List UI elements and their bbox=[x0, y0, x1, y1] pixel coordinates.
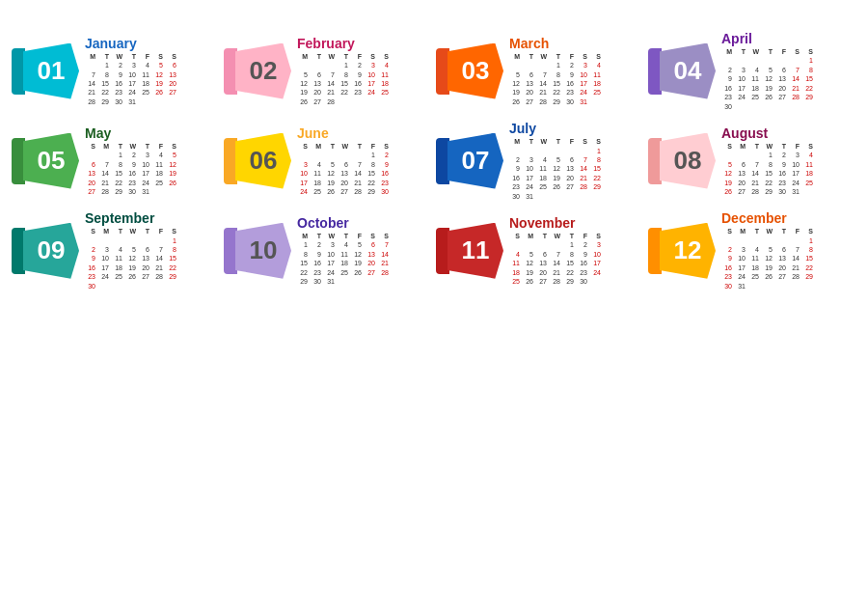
month-badge-december: 12 bbox=[660, 223, 716, 279]
cal-table-october: MTWTFSS123456789101112131415161718192021… bbox=[297, 232, 432, 287]
month-badge-january: 01 bbox=[23, 43, 79, 99]
month-name-may: May bbox=[85, 125, 220, 141]
month-block-july: 07JulyMTWTFSS123456789101112131415161718… bbox=[436, 121, 644, 201]
cal-table-september: SMTWTFS123456789101112131415161718192021… bbox=[85, 227, 220, 291]
month-name-december: December bbox=[721, 210, 856, 226]
month-name-july: July bbox=[509, 121, 644, 136]
month-badge-august: 08 bbox=[660, 133, 716, 189]
month-block-november: 11NovemberSMTWTFS12345678910111213141516… bbox=[436, 210, 644, 291]
month-block-june: 06JuneSMTWTFS123456789101112131415161718… bbox=[224, 121, 432, 201]
tab-left-march bbox=[436, 48, 449, 95]
month-block-august: 08AugustSMTWTFS1234567891011121314151617… bbox=[648, 121, 856, 201]
month-block-march: 03MarchMTWTFSS12345678910111213141516171… bbox=[436, 31, 644, 111]
month-info-may: MaySMTWTFS123456789101112131415161718192… bbox=[85, 125, 220, 197]
tab-left-october bbox=[224, 228, 237, 274]
cal-table-april: MTWTFSS123456789101112131415161718192021… bbox=[721, 47, 856, 111]
tab-left-january bbox=[12, 48, 25, 95]
month-name-march: March bbox=[509, 36, 644, 51]
month-badge-february: 02 bbox=[235, 43, 291, 99]
month-badge-june: 06 bbox=[235, 133, 291, 189]
tab-left-april bbox=[648, 48, 662, 95]
cal-table-february: MTWTFSS123456789101112131415161718192021… bbox=[297, 52, 432, 107]
cal-table-may: SMTWTFS123456789101112131415161718192021… bbox=[85, 142, 220, 197]
month-info-september: SeptemberSMTWTFS123456789101112131415161… bbox=[85, 210, 220, 291]
month-name-january: January bbox=[85, 36, 220, 51]
calendar-grid: 01JanuaryMTWTFSS123456789101112131415161… bbox=[0, 31, 868, 291]
month-badge-september: 09 bbox=[23, 223, 79, 279]
tab-left-december bbox=[648, 228, 662, 274]
month-name-october: October bbox=[297, 215, 432, 231]
month-badge-july: 07 bbox=[448, 133, 503, 189]
month-name-august: August bbox=[721, 125, 856, 141]
month-name-september: September bbox=[85, 210, 220, 226]
tab-left-february bbox=[224, 48, 237, 95]
cal-table-july: MTWTFSS123456789101112131415161718192021… bbox=[509, 137, 644, 201]
tab-left-august bbox=[648, 138, 662, 184]
month-info-december: DecemberSMTWTFS1234567891011121314151617… bbox=[721, 210, 856, 291]
month-badge-november: 11 bbox=[448, 223, 503, 279]
month-badge-may: 05 bbox=[23, 133, 79, 189]
month-name-june: June bbox=[297, 125, 432, 141]
tab-left-june bbox=[224, 138, 237, 184]
month-block-january: 01JanuaryMTWTFSS123456789101112131415161… bbox=[12, 31, 220, 111]
month-block-september: 09SeptemberSMTWTFS1234567891011121314151… bbox=[12, 210, 220, 291]
month-info-october: OctoberMTWTFSS12345678910111213141516171… bbox=[297, 215, 432, 287]
cal-table-november: SMTWTFS123456789101112131415161718192021… bbox=[509, 232, 644, 287]
month-name-april: April bbox=[721, 31, 856, 46]
month-info-january: JanuaryMTWTFSS12345678910111213141516171… bbox=[85, 36, 220, 107]
month-name-november: November bbox=[509, 215, 644, 231]
month-info-february: FebruaryMTWTFSS1234567891011121314151617… bbox=[297, 36, 432, 107]
month-block-february: 02FebruaryMTWTFSS12345678910111213141516… bbox=[224, 31, 432, 111]
tab-left-may bbox=[12, 138, 25, 184]
tab-left-july bbox=[436, 138, 449, 184]
month-badge-october: 10 bbox=[235, 223, 291, 279]
month-info-june: JuneSMTWTFS12345678910111213141516171819… bbox=[297, 125, 432, 197]
cal-table-june: SMTWTFS123456789101112131415161718192021… bbox=[297, 142, 432, 197]
cal-table-december: SMTWTFS123456789101112131415161718192021… bbox=[721, 227, 856, 291]
month-block-april: 04AprilMTWTFSS12345678910111213141516171… bbox=[648, 31, 856, 111]
month-badge-march: 03 bbox=[448, 43, 503, 99]
month-block-december: 12DecemberSMTWTFS12345678910111213141516… bbox=[648, 210, 856, 291]
month-name-february: February bbox=[297, 36, 432, 51]
month-block-may: 05MaySMTWTFS1234567891011121314151617181… bbox=[12, 121, 220, 201]
cal-table-august: SMTWTFS123456789101112131415161718192021… bbox=[721, 142, 856, 197]
tab-left-november bbox=[436, 228, 449, 274]
month-info-july: JulyMTWTFSS12345678910111213141516171819… bbox=[509, 121, 644, 201]
month-info-november: NovemberSMTWTFS1234567891011121314151617… bbox=[509, 215, 644, 287]
cal-table-january: MTWTFSS123456789101112131415161718192021… bbox=[85, 52, 220, 107]
month-info-august: AugustSMTWTFS123456789101112131415161718… bbox=[721, 125, 856, 197]
cal-table-march: MTWTFSS123456789101112131415161718192021… bbox=[509, 52, 644, 107]
month-info-march: MarchMTWTFSS1234567891011121314151617181… bbox=[509, 36, 644, 107]
month-block-october: 10OctoberMTWTFSS123456789101112131415161… bbox=[224, 210, 432, 291]
tab-left-september bbox=[12, 228, 25, 274]
month-badge-april: 04 bbox=[660, 43, 716, 99]
month-info-april: AprilMTWTFSS1234567891011121314151617181… bbox=[721, 31, 856, 111]
